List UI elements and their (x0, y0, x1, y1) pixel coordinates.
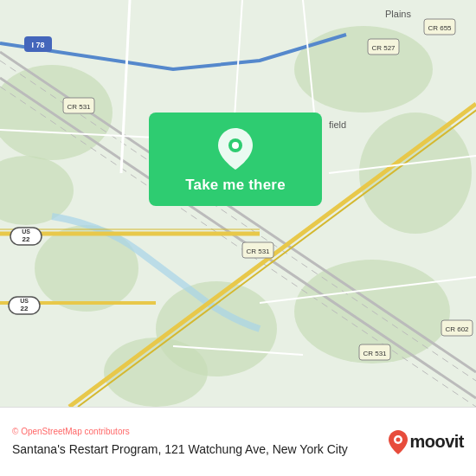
svg-text:CR 531: CR 531 (67, 103, 91, 111)
svg-text:I 78: I 78 (31, 41, 44, 49)
svg-text:22: 22 (23, 235, 30, 243)
moovit-wordmark: moovit (409, 432, 464, 452)
svg-text:CR 531: CR 531 (363, 350, 387, 357)
cta-button-label: Take me there (185, 177, 286, 194)
footer-info: © OpenStreetMap contributors Santana's R… (12, 427, 389, 457)
location-title: Santana's Restart Program, 121 Watchung … (12, 441, 389, 457)
location-pin-icon (218, 128, 253, 170)
svg-text:CR 655: CR 655 (428, 24, 452, 32)
svg-text:CR 531: CR 531 (246, 248, 270, 255)
copyright-text: © OpenStreetMap contributors (12, 427, 389, 436)
svg-text:22: 22 (21, 305, 29, 312)
take-me-there-button[interactable]: Take me there (149, 113, 322, 206)
svg-text:US: US (20, 298, 29, 304)
svg-point-4 (294, 26, 433, 113)
moovit-pin-icon (389, 430, 408, 454)
svg-text:CR 527: CR 527 (371, 44, 396, 52)
svg-point-37 (396, 437, 401, 441)
svg-text:field: field (329, 119, 346, 130)
map-area: I 78 US 22 US 22 US 22 CR 531 CR 531 CR … (0, 0, 476, 407)
svg-point-35 (232, 142, 239, 149)
footer-bar: © OpenStreetMap contributors Santana's R… (0, 407, 476, 476)
svg-text:CR 602: CR 602 (445, 325, 469, 333)
svg-text:Plains: Plains (385, 9, 411, 19)
cta-button-container[interactable]: Take me there (149, 113, 322, 206)
svg-point-5 (359, 113, 472, 234)
svg-text:US: US (22, 228, 30, 235)
moovit-logo[interactable]: moovit (389, 430, 464, 454)
